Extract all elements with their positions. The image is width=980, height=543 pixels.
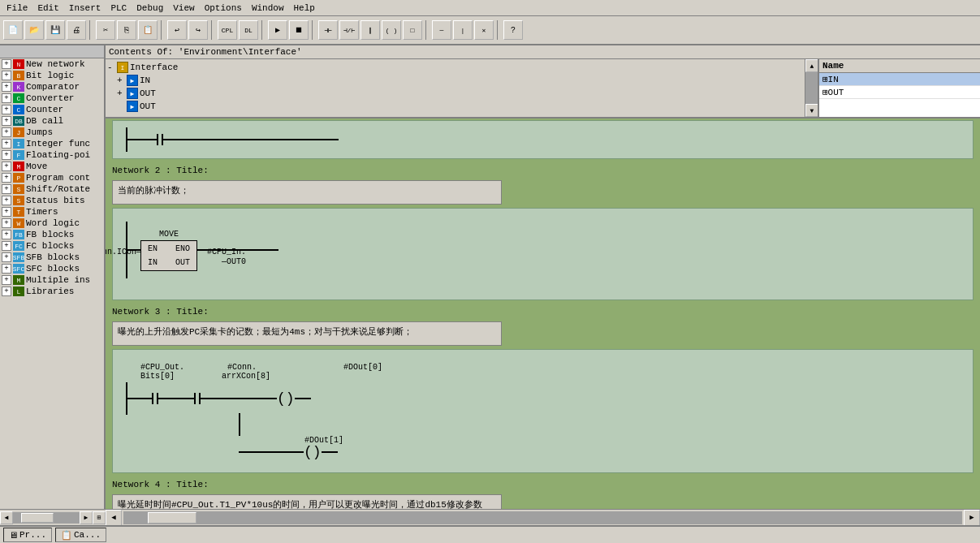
menu-help[interactable]: Help — [288, 2, 319, 15]
sidebar-item-multiple-ins[interactable]: + M Multiple ins — [0, 274, 104, 286]
status-pr: 🖥 — [9, 530, 18, 541]
toolbar-box-btn[interactable]: □ — [403, 20, 422, 40]
toolbar-contact-no-btn[interactable]: ⊣⊢ — [318, 20, 338, 40]
sidebar-item-jumps[interactable]: + J Jumps — [0, 127, 104, 138]
toolbar-save-btn[interactable]: 💾 — [45, 20, 65, 40]
expand-icon-db-call: + — [2, 116, 11, 126]
network-hscroll[interactable]: ◀ ▶ — [106, 509, 980, 525]
sidebar-item-label-word-logic: Word logic — [26, 218, 80, 228]
tree-label-in: IN — [140, 75, 150, 85]
tree-expand-out[interactable]: + — [117, 88, 125, 98]
expand-icon-word-logic: + — [2, 218, 11, 228]
toolbar-coil-btn[interactable]: ( ) — [382, 20, 401, 40]
toolbar-open-btn[interactable]: 📂 — [24, 20, 44, 40]
name-row-out[interactable]: ⊞OUT — [819, 86, 980, 99]
sidebar-item-counter[interactable]: + C Counter — [0, 104, 104, 115]
tree-expand-interface[interactable]: - — [107, 62, 115, 72]
sidebar-item-word-logic[interactable]: + W Word logic — [0, 218, 104, 229]
comparator-icon: K — [13, 82, 24, 92]
sidebar-item-label-fb-blocks: FB blocks — [26, 230, 74, 239]
menu-insert[interactable]: Insert — [64, 2, 106, 15]
toolbar-contact-nc-btn[interactable]: ⊣/⊢ — [339, 20, 359, 40]
expand-icon-floating-poi: + — [2, 150, 11, 160]
sidebar-item-bit-logic[interactable]: + B Bit logic — [0, 70, 104, 81]
toolbar-wire-h-btn[interactable]: ─ — [432, 20, 451, 40]
hscroll-thumb[interactable] — [148, 512, 196, 524]
toolbar-cut-btn[interactable]: ✂ — [96, 20, 115, 40]
expand-icon-status-bits: + — [2, 196, 11, 205]
name-row-in[interactable]: ⊞IN — [819, 73, 980, 86]
converter-icon: C — [13, 93, 24, 103]
toolbar-download-btn[interactable]: DL — [239, 20, 258, 40]
sidebar-scroll-track[interactable] — [13, 512, 80, 524]
network-2-header: Network 2 : Title: — [112, 164, 974, 177]
tree-expand-in[interactable]: + — [117, 75, 125, 85]
sidebar-item-program-cont[interactable]: + P Program cont — [0, 172, 104, 183]
hscroll-right[interactable]: ▶ — [964, 510, 980, 526]
toolbar-paste-btn[interactable]: 📋 — [138, 20, 158, 40]
sidebar-item-shift-rotate[interactable]: + S Shift/Rotate — [0, 183, 104, 195]
toolbar-undo-btn[interactable]: ↩ — [167, 20, 187, 40]
toolbar-sep-3 — [211, 20, 214, 40]
sidebar-item-label-converter: Converter — [26, 93, 74, 103]
menu-view[interactable]: View — [168, 2, 199, 15]
network-area[interactable]: Network 2 : Title: 当前的脉冲计数； — [106, 119, 980, 509]
toolbar-sep-1 — [89, 20, 93, 40]
sidebar-item-sfc-blocks[interactable]: + SFC SFC blocks — [0, 263, 104, 274]
sidebar-item-new-network[interactable]: + N New network — [0, 58, 104, 70]
sidebar-item-fb-blocks[interactable]: + FB FB blocks — [0, 229, 104, 240]
network-3-comment[interactable]: 曝光的上升沿触发PC采集卡的记数；最短为4ms；对与干扰来说足够判断； — [112, 321, 502, 346]
toolbar-compile-btn[interactable]: CPL — [218, 20, 237, 40]
tree-row-interface[interactable]: - I Interface — [107, 61, 816, 74]
menu-debug[interactable]: Debug — [132, 2, 168, 15]
sidebar-scroll-left[interactable]: ◀ — [0, 511, 13, 524]
sidebar-scroll-corner[interactable]: ⊞ — [93, 511, 106, 524]
sidebar-item-timers[interactable]: + T Timers — [0, 206, 104, 218]
toolbar-help-btn[interactable]: ? — [503, 20, 523, 40]
toolbar-wire-v-btn[interactable]: | — [453, 20, 473, 40]
sidebar-item-move[interactable]: + M Move — [0, 161, 104, 172]
network-2-top-row: MOVE EN ENO IN OUT — [126, 222, 960, 278]
toolbar-new-btn[interactable]: 📄 — [3, 20, 23, 40]
toolbar-parallel-btn[interactable]: ∥ — [360, 20, 380, 40]
sidebar-item-libraries[interactable]: + L Libraries — [0, 286, 104, 297]
sidebar-item-floating-poi[interactable]: + F Floating-poi — [0, 149, 104, 161]
sidebar-hscroll[interactable]: ◀ ▶ ⊞ — [0, 509, 106, 525]
tree-scroll-track[interactable] — [805, 72, 818, 104]
tree-row-out2[interactable]: ▶ OUT — [107, 100, 816, 113]
sidebar-item-sfb-blocks[interactable]: + SFB SFB blocks — [0, 252, 104, 263]
toolbar-copy-btn[interactable]: ⎘ — [117, 20, 136, 40]
tree-row-in[interactable]: + ▶ IN — [107, 74, 816, 87]
hscroll-track[interactable] — [123, 511, 962, 524]
sidebar-item-integer-func[interactable]: + I Integer func — [0, 138, 104, 149]
sidebar-item-label-integer-func: Integer func — [26, 139, 90, 149]
network-2-block: Network 2 : Title: 当前的脉冲计数； — [106, 162, 980, 304]
sidebar-item-status-bits[interactable]: + S Status bits — [0, 195, 104, 206]
menu-plc[interactable]: PLC — [106, 2, 132, 15]
tree-row-out[interactable]: + ▶ OUT — [107, 87, 816, 100]
toolbar-redo-btn[interactable]: ↪ — [188, 20, 208, 40]
sfc-blocks-icon: SFC — [13, 264, 24, 274]
hscroll-left[interactable]: ◀ — [106, 510, 122, 526]
menu-edit[interactable]: Edit — [32, 2, 63, 15]
label-conn: #Conn. arrXCon[8] — [222, 363, 262, 381]
sidebar-item-converter[interactable]: + C Converter — [0, 93, 104, 104]
sidebar-item-db-call[interactable]: + DB DB call — [0, 115, 104, 127]
sidebar-scroll-right[interactable]: ▶ — [80, 511, 93, 524]
interface-tree-icon: I — [117, 62, 128, 73]
toolbar-delete-btn[interactable]: ✕ — [474, 20, 494, 40]
menu-options[interactable]: Options — [200, 2, 247, 15]
tree-scroll-down[interactable]: ▼ — [805, 104, 818, 117]
menu-file[interactable]: File — [2, 2, 32, 15]
network-4-comment[interactable]: 曝光延时时间#CPU_Out.T1_PV*10us的时间，用户可以更改曝光时间，… — [112, 494, 502, 509]
sidebar-item-fc-blocks[interactable]: + FC FC blocks — [0, 240, 104, 252]
sidebar-item-label-move: Move — [26, 162, 47, 171]
toolbar-print-btn[interactable]: 🖨 — [67, 20, 86, 40]
sidebar-item-comparator[interactable]: + K Comparator — [0, 81, 104, 93]
menu-window[interactable]: Window — [247, 2, 289, 15]
toolbar-run-btn[interactable]: ▶ — [268, 20, 287, 40]
tree-scroll-up[interactable]: ▲ — [805, 59, 818, 72]
toolbar-stop-btn[interactable]: ⏹ — [289, 20, 309, 40]
network-2-comment[interactable]: 当前的脉冲计数； — [112, 180, 502, 205]
sidebar-scroll-thumb[interactable] — [21, 513, 54, 523]
